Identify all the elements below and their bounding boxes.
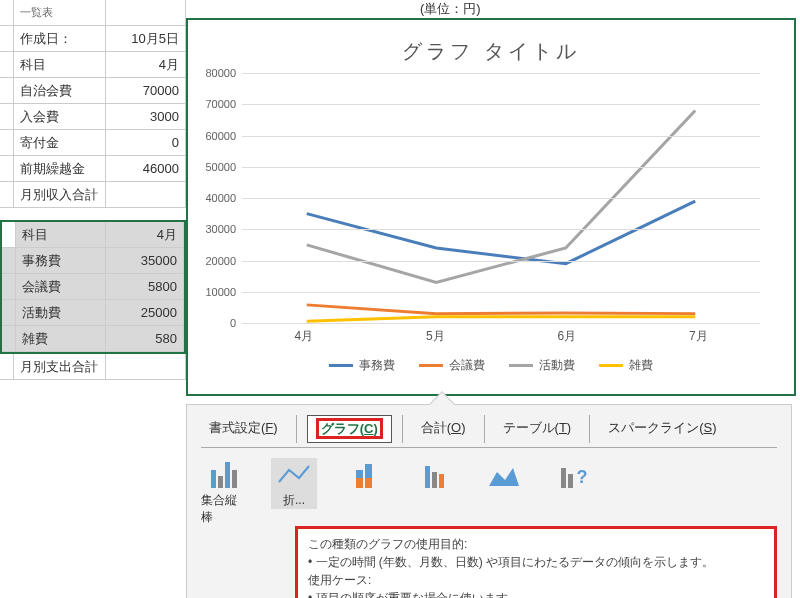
- stacked-column-icon: [346, 458, 382, 488]
- tab-書式設定[interactable]: 書式設定(F): [201, 415, 286, 443]
- tab-スパークライン[interactable]: スパークライン(S): [600, 415, 724, 443]
- worksheet-grid[interactable]: 一覧表 作成日：10月5日科目4月自治会費70000入会費3000寄付金0前期繰…: [0, 0, 186, 380]
- sheet-row[interactable]: 前期繰越金46000: [0, 156, 186, 182]
- x-axis: 4月5月6月7月: [238, 328, 764, 345]
- tab-合計[interactable]: 合計(O): [413, 415, 474, 443]
- tab-strip: 書式設定(F)グラフ(C)合計(O)テーブル(T)スパークライン(S): [201, 415, 777, 448]
- sheet-row[interactable]: 自治会費70000: [0, 78, 186, 104]
- chart-type-label: 折...: [283, 492, 305, 509]
- quick-analysis-panel: 書式設定(F)グラフ(C)合計(O)テーブル(T)スパークライン(S) 集合縦棒…: [186, 404, 792, 598]
- chart-type-stacked-column[interactable]: [341, 458, 387, 488]
- legend-item: 会議費: [419, 357, 485, 374]
- sheet-row-selected[interactable]: 活動費25000: [2, 300, 184, 326]
- chart-type-area[interactable]: [481, 458, 527, 488]
- plot-area: [242, 73, 760, 323]
- more-charts-icon: ?: [556, 458, 592, 488]
- chart-type-clustered-column[interactable]: 集合縦棒: [201, 458, 247, 526]
- legend-item: 事務費: [329, 357, 395, 374]
- chart-legend: 事務費会議費活動費雑費: [188, 357, 794, 374]
- y-axis: 0100002000030000400005000060000700008000…: [198, 73, 236, 323]
- exp-total-label: 月別支出合計: [14, 354, 106, 379]
- sheet-row-selected[interactable]: 雑費580: [2, 326, 184, 352]
- sheet-row-selected[interactable]: 科目4月: [2, 222, 184, 248]
- sheet-row[interactable]: 寄付金0: [0, 130, 186, 156]
- sheet-row[interactable]: 月別収入合計: [0, 182, 186, 208]
- chart-title: グラフ タイトル: [188, 38, 794, 65]
- sheet-row-selected[interactable]: 会議費5800: [2, 274, 184, 300]
- sheet-row[interactable]: 入会費3000: [0, 104, 186, 130]
- line-chart-icon: [276, 458, 312, 488]
- sheet-row-selected[interactable]: 事務費35000: [2, 248, 184, 274]
- tab-テーブル[interactable]: テーブル(T): [495, 415, 580, 443]
- chart-type-row: 集合縦棒 折...: [201, 458, 777, 526]
- chart-preview[interactable]: グラフ タイトル 0100002000030000400005000060000…: [186, 18, 796, 396]
- legend-item: 雑費: [599, 357, 653, 374]
- unit-label: (単位：円): [420, 0, 481, 18]
- chart-type-more[interactable]: ?: [551, 458, 597, 488]
- svg-marker-0: [489, 468, 519, 486]
- column-alt-icon: [416, 458, 452, 488]
- chart-type-line[interactable]: 折...: [271, 458, 317, 509]
- chart-type-tooltip: この種類のグラフの使用目的: • 一定の時間 (年数、月数、日数) や項目にわた…: [295, 526, 777, 598]
- area-icon: [486, 458, 522, 488]
- sheet-row[interactable]: 作成日：10月5日: [0, 26, 186, 52]
- legend-item: 活動費: [509, 357, 575, 374]
- clustered-column-icon: [206, 458, 242, 488]
- chart-type-column-alt[interactable]: [411, 458, 457, 488]
- tab-グラフ[interactable]: グラフ(C): [307, 415, 392, 443]
- chart-type-label: 集合縦棒: [201, 492, 247, 526]
- sheet-row[interactable]: 科目4月: [0, 52, 186, 78]
